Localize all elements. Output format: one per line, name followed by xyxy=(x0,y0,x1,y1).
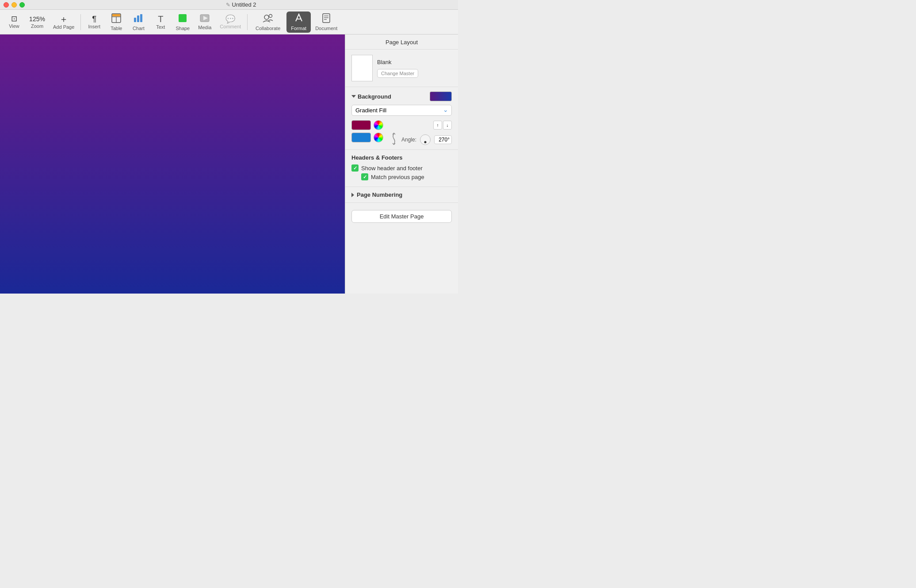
change-master-button[interactable]: Change Master xyxy=(377,69,418,78)
page-numbering-expand-icon xyxy=(351,193,354,197)
angle-input[interactable]: 270° xyxy=(434,135,452,144)
angle-next-button[interactable]: ↓ xyxy=(443,121,452,130)
angle-label: Angle: xyxy=(401,137,416,143)
format-button[interactable]: Format xyxy=(286,11,311,33)
color2-row xyxy=(351,133,389,142)
format-label: Format xyxy=(291,26,306,31)
angle-section: Angle: 270° xyxy=(401,134,452,145)
collaborate-button[interactable]: Collaborate xyxy=(250,11,286,33)
toolbar: ⊡ View 125% Zoom ＋ Add Page ¶ Insert Tab… xyxy=(0,10,458,34)
svg-point-11 xyxy=(269,14,272,17)
insert-label: Insert xyxy=(88,24,101,29)
headers-footers-section: Headers & Footers Show header and footer… xyxy=(345,150,458,187)
svg-rect-3 xyxy=(112,14,120,16)
table-label: Table xyxy=(111,26,122,31)
match-prev-label: Match previous page xyxy=(371,174,424,180)
color1-row: ↑ ↓ xyxy=(351,120,452,130)
zoom-value: 125% xyxy=(29,15,45,23)
text-button[interactable]: T Text xyxy=(150,13,171,31)
background-color-preview[interactable] xyxy=(430,92,452,101)
text-label: Text xyxy=(156,24,165,30)
show-hf-row: Show header and footer xyxy=(351,164,452,172)
swap-button[interactable] xyxy=(391,133,397,145)
main-area: Page Layout Blank Change Master Backgrou… xyxy=(0,34,458,294)
separator xyxy=(80,14,81,30)
media-button[interactable]: Media xyxy=(194,12,215,32)
headers-footers-title: Headers & Footers xyxy=(351,154,452,161)
document-icon xyxy=(322,13,330,25)
show-hf-checkbox[interactable] xyxy=(351,164,359,172)
page-thumbnail xyxy=(351,55,373,81)
document-button[interactable]: Document xyxy=(312,11,341,33)
add-page-icon: ＋ xyxy=(59,15,68,23)
match-prev-row: Match previous page xyxy=(361,173,452,180)
svg-rect-5 xyxy=(137,15,139,22)
collaborate-icon xyxy=(262,13,274,25)
canvas[interactable] xyxy=(0,34,345,294)
table-icon xyxy=(111,13,121,25)
angle-prev-button[interactable]: ↑ xyxy=(433,121,442,130)
media-icon xyxy=(200,14,210,24)
color1-swatch[interactable] xyxy=(351,120,371,130)
background-section: Background Gradient Fill No Fill Color F… xyxy=(345,87,458,150)
svg-rect-13 xyxy=(323,14,330,23)
window-title: ✎ Untitled 2 xyxy=(27,1,454,8)
svg-rect-4 xyxy=(134,18,136,22)
page-name: Blank xyxy=(377,59,418,65)
fill-type-wrapper: Gradient Fill No Fill Color Fill Image F… xyxy=(351,105,452,116)
insert-button[interactable]: ¶ Insert xyxy=(84,13,105,31)
view-icon: ⊡ xyxy=(11,15,17,23)
collapse-icon[interactable] xyxy=(351,95,356,98)
document-label: Document xyxy=(315,26,337,31)
angle-dial[interactable] xyxy=(420,134,431,145)
page-layout-section: Blank Change Master xyxy=(345,50,458,87)
color2-wheel-button[interactable] xyxy=(374,133,383,142)
sidebar-header: Page Layout xyxy=(345,34,458,50)
chart-button[interactable]: Chart xyxy=(128,11,149,33)
fill-type-row: Gradient Fill No Fill Color Fill Image F… xyxy=(351,105,452,116)
shape-button[interactable]: Shape xyxy=(172,11,193,33)
svg-rect-6 xyxy=(140,14,142,22)
zoom-label: Zoom xyxy=(31,23,43,29)
background-title: Background xyxy=(351,93,391,100)
minimize-button[interactable] xyxy=(11,2,17,8)
table-button[interactable]: Table xyxy=(106,11,127,33)
page-numbering-label: Page Numbering xyxy=(357,191,402,198)
comment-button[interactable]: 💬 Comment xyxy=(216,13,244,31)
sidebar: Page Layout Blank Change Master Backgrou… xyxy=(345,34,458,294)
view-button[interactable]: ⊡ View xyxy=(4,13,25,31)
edit-master-button[interactable]: Edit Master Page xyxy=(351,210,452,223)
text-icon: T xyxy=(158,15,163,23)
maximize-button[interactable] xyxy=(19,2,25,8)
chart-label: Chart xyxy=(133,26,145,31)
format-icon xyxy=(294,13,304,25)
color2-swatch[interactable] xyxy=(351,133,371,142)
comment-icon: 💬 xyxy=(225,15,235,23)
zoom-control[interactable]: 125% Zoom xyxy=(26,14,49,31)
close-button[interactable] xyxy=(4,2,9,8)
title-text: Untitled 2 xyxy=(232,1,256,8)
match-prev-checkbox[interactable] xyxy=(361,173,368,180)
media-label: Media xyxy=(198,25,211,30)
color1-wheel-button[interactable] xyxy=(374,120,383,130)
comment-label: Comment xyxy=(220,24,241,29)
fill-type-select[interactable]: Gradient Fill No Fill Color Fill Image F… xyxy=(351,105,452,116)
page-numbering-section: Page Numbering xyxy=(345,187,458,203)
add-page-button[interactable]: ＋ Add Page xyxy=(50,13,78,31)
collaborate-label: Collaborate xyxy=(256,26,280,31)
svg-rect-7 xyxy=(179,14,187,22)
add-page-label: Add Page xyxy=(53,24,74,30)
page-numbering-row[interactable]: Page Numbering xyxy=(351,191,452,198)
insert-icon: ¶ xyxy=(92,15,96,23)
separator-right xyxy=(247,14,248,30)
angle-arrow-buttons: ↑ ↓ xyxy=(433,121,452,130)
view-label: View xyxy=(9,23,19,29)
background-label: Background xyxy=(358,93,391,100)
svg-point-10 xyxy=(264,15,269,19)
title-bar: ✎ Untitled 2 xyxy=(0,0,458,10)
chart-icon xyxy=(134,13,143,25)
shape-label: Shape xyxy=(176,26,190,31)
shape-icon xyxy=(178,13,187,25)
show-hf-label: Show header and footer xyxy=(361,165,423,172)
